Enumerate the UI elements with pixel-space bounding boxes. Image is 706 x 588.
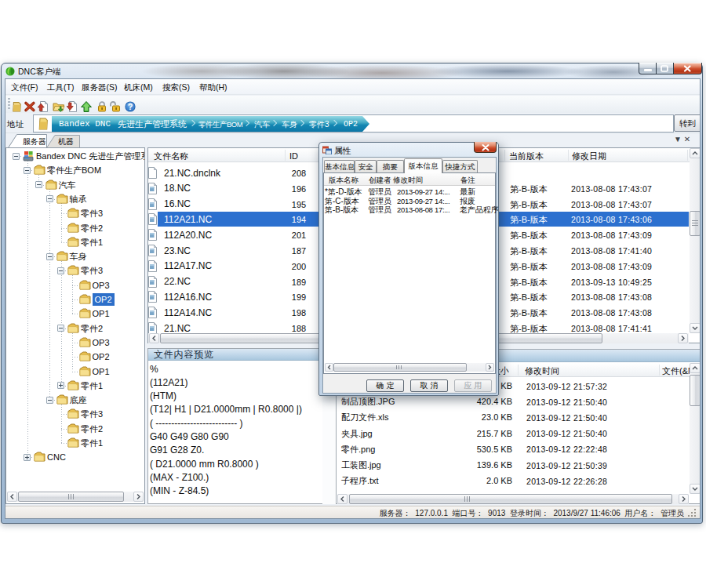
svg-text:服务器: 服务器 bbox=[23, 137, 46, 146]
svg-text:?: ? bbox=[128, 102, 133, 111]
svg-text:机器: 机器 bbox=[58, 137, 74, 146]
